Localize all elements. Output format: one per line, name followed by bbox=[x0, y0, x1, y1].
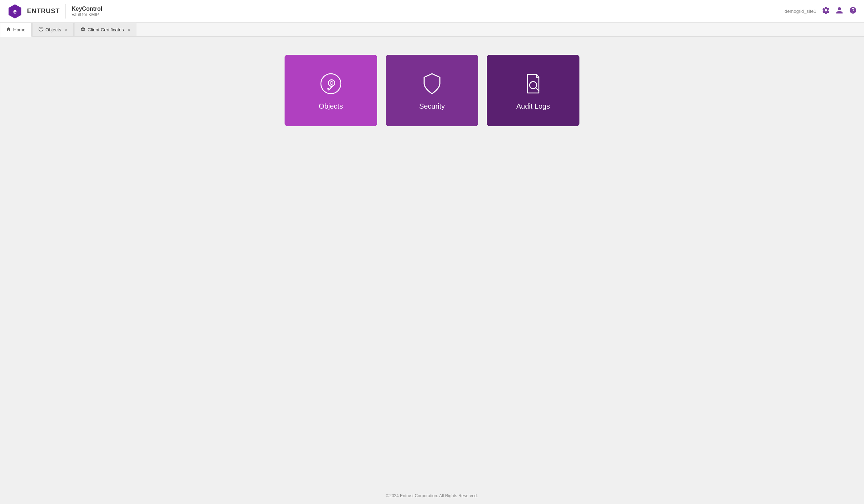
svg-text:e: e bbox=[13, 8, 17, 15]
tab-objects-label: Objects bbox=[46, 27, 61, 32]
app-subtitle: Vault for KMIP bbox=[72, 12, 102, 17]
objects-tile-icon bbox=[318, 71, 344, 97]
entrust-wordmark: ENTRUST bbox=[27, 7, 60, 15]
tile-security[interactable]: Security bbox=[386, 55, 478, 126]
user-icon[interactable] bbox=[836, 6, 843, 16]
app-footer: ©2024 Entrust Corporation. All Rights Re… bbox=[0, 488, 864, 504]
audit-tile-icon bbox=[520, 71, 546, 97]
tile-objects-label: Objects bbox=[319, 102, 343, 110]
tile-objects[interactable]: Objects bbox=[285, 55, 377, 126]
tab-home[interactable]: Home bbox=[0, 23, 32, 37]
header-divider bbox=[66, 4, 66, 19]
tab-objects[interactable]: Objects × bbox=[32, 23, 74, 36]
tiles-container: Objects Security bbox=[285, 55, 579, 126]
app-name: KeyControl bbox=[72, 6, 102, 12]
tabs-bar: Home Objects × Client Certificates × bbox=[0, 23, 864, 37]
header-actions: demogrid_site1 bbox=[785, 6, 857, 16]
settings-icon[interactable] bbox=[822, 6, 830, 16]
svg-line-11 bbox=[536, 88, 539, 91]
footer-text: ©2024 Entrust Corporation. All Rights Re… bbox=[386, 493, 478, 498]
security-tile-icon bbox=[419, 71, 445, 97]
svg-point-5 bbox=[330, 82, 333, 84]
tile-security-label: Security bbox=[419, 102, 445, 110]
entrust-logo: e bbox=[7, 4, 23, 19]
tab-cert-label: Client Certificates bbox=[88, 27, 124, 32]
home-tab-icon bbox=[6, 27, 11, 33]
logo-area: e ENTRUST bbox=[7, 4, 60, 19]
tab-cert-close[interactable]: × bbox=[127, 27, 130, 33]
main-content: Objects Security bbox=[0, 37, 864, 488]
tile-audit-label: Audit Logs bbox=[516, 102, 550, 110]
tile-audit-logs[interactable]: Audit Logs bbox=[487, 55, 579, 126]
objects-tab-icon bbox=[38, 27, 43, 33]
username-display: demogrid_site1 bbox=[785, 9, 816, 14]
app-header: e ENTRUST KeyControl Vault for KMIP demo… bbox=[0, 0, 864, 23]
svg-point-3 bbox=[321, 74, 341, 94]
tab-objects-close[interactable]: × bbox=[65, 27, 68, 33]
app-title: KeyControl Vault for KMIP bbox=[72, 6, 102, 17]
tab-client-certs[interactable]: Client Certificates × bbox=[74, 23, 136, 36]
cert-tab-icon bbox=[80, 27, 85, 33]
help-icon[interactable] bbox=[849, 6, 857, 16]
tab-home-label: Home bbox=[13, 27, 26, 32]
